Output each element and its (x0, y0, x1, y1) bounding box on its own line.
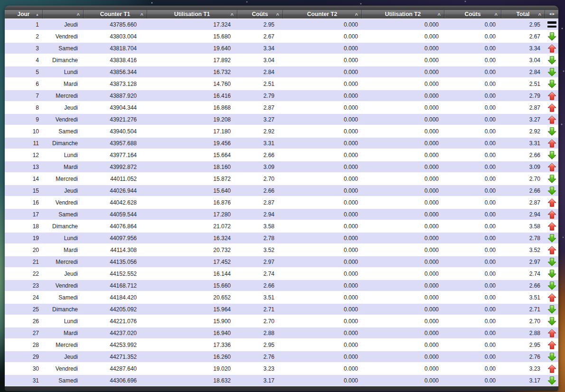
trend-down-icon (547, 151, 556, 159)
table-row[interactable]: 7Mercredi43887.92016.4162.790.0000.0000.… (5, 90, 558, 102)
table-row[interactable]: 19Lundi44097.95616.3242.780.0000.0000.00… (5, 232, 558, 244)
cell-couts_t1: 3.31 (237, 140, 283, 147)
column-header-utilisation_t1[interactable]: Utilisation T1^ (147, 10, 237, 19)
table-row[interactable]: 25Dimanche44205.09215.9642.710.0000.0000… (5, 303, 558, 315)
cell-day: Dimanche (43, 306, 84, 313)
table-row[interactable]: 22Jeudi44152.55216.1442.740.0000.0000.00… (5, 268, 558, 280)
cell-couts_t1: 2.66 (237, 152, 283, 159)
cell-couts_t2: 0.00 (444, 259, 501, 265)
cell-couts_t1: 3.51 (237, 294, 283, 301)
table-row[interactable]: 4Dimanche43838.41617.8923.040.0000.0000.… (5, 54, 558, 66)
cell-utilisation_t2: 0.000 (362, 93, 444, 99)
cell-day: Mardi (43, 164, 84, 170)
cell-day: Samedi (43, 377, 84, 384)
cell-day: Mercredi (43, 93, 84, 99)
cell-day: Vendredi (43, 365, 84, 372)
column-header-counter_t2[interactable]: Counter T2^ (283, 10, 362, 19)
trend-cell (545, 258, 558, 266)
table-row[interactable]: 21Mercredi44135.05617.4522.970.0000.0000… (5, 256, 558, 268)
table-row[interactable]: 23Vendredi44168.71215.6602.660.0000.0000… (5, 280, 558, 291)
column-header-total[interactable]: Total^ (501, 10, 545, 19)
cell-couts_t1: 2.70 (237, 318, 283, 325)
column-header-couts_t1[interactable]: Coûts^ (237, 10, 283, 19)
table-row[interactable]: 14Mercredi44011.05215.8722.700.0000.0000… (5, 173, 558, 185)
table-row[interactable]: 29Jeudi44271.35216.2602.760.0000.0000.00… (5, 351, 558, 363)
table-row[interactable]: 13Mardi43992.87218.1603.090.0000.0000.00… (5, 161, 558, 173)
table-row[interactable]: 8Jeudi43904.34416.8682.870.0000.0000.002… (5, 102, 558, 113)
cell-total: 2.78 (501, 235, 545, 242)
table-row[interactable]: 11Dimanche43957.68819.4563.310.0000.0000… (5, 137, 558, 149)
trend-up-icon (547, 222, 556, 231)
cell-utilisation_t1: 20.732 (147, 247, 237, 253)
table-row[interactable]: 17Samedi44059.54417.2802.940.0000.0000.0… (5, 208, 558, 220)
table-row[interactable]: 1Jeudi43785.66017.3242.950.0000.0000.002… (5, 19, 558, 30)
cell-total: 2.94 (501, 211, 545, 218)
cell-counter_t2: 0.000 (283, 318, 362, 325)
table-row[interactable]: 12Lundi43977.16415.6642.660.0000.0000.00… (5, 149, 558, 161)
cell-jour: 10 (5, 128, 43, 135)
table-row[interactable]: 5Lundi43856.34416.7322.840.0000.0000.002… (5, 66, 558, 78)
cell-utilisation_t2: 0.000 (362, 152, 444, 159)
trend-down-icon (547, 68, 556, 76)
trend-cell (545, 246, 558, 254)
column-header-trend[interactable]: ◄► (545, 10, 558, 19)
cell-counter_t1: 44237.020 (84, 330, 147, 336)
table-row[interactable]: 16Vendredi44042.62816.8762.870.0000.0000… (5, 196, 558, 208)
trend-down-icon (547, 234, 556, 243)
trend-down-icon (547, 317, 556, 326)
trend-up-icon (547, 163, 556, 171)
table-row[interactable]: 27Mardi44237.02016.9402.880.0000.0000.00… (5, 327, 558, 339)
cell-counter_t1: 44135.056 (84, 259, 147, 265)
table-row[interactable]: 10Samedi43940.50417.1802.920.0000.0000.0… (5, 125, 558, 137)
table-row[interactable]: 6Mardi43873.12814.7602.510.0000.0000.002… (5, 78, 558, 90)
cell-jour: 9 (5, 116, 43, 123)
table-header-row: Jour▲^Counter T1^Utilisation T1^Coûts^Co… (5, 10, 558, 19)
cell-day: Lundi (43, 69, 84, 75)
cell-day: Samedi (43, 128, 84, 135)
cell-counter_t2: 0.000 (283, 354, 362, 360)
cell-total: 3.09 (501, 164, 545, 170)
cell-couts_t2: 0.00 (444, 81, 501, 87)
table-row[interactable]: 28Mercredi44253.99217.3362.950.0000.0000… (5, 339, 558, 351)
cell-counter_t2: 0.000 (283, 247, 362, 253)
table-row[interactable]: 18Dimanche44076.86421.0723.580.0000.0000… (5, 220, 558, 232)
cell-couts_t2: 0.00 (444, 93, 501, 99)
column-header-couts_t2[interactable]: Coûts^ (444, 10, 501, 19)
table-row[interactable]: 2Vendredi43803.00415.6802.670.0000.0000.… (5, 30, 558, 42)
cell-jour: 5 (5, 69, 43, 75)
trend-up-icon (547, 329, 556, 337)
trend-cell (545, 68, 558, 76)
cell-counter_t2: 0.000 (283, 176, 362, 182)
trend-up-icon (547, 293, 556, 302)
table-row[interactable]: 20Mardi44114.30820.7323.520.0000.0000.00… (5, 244, 558, 256)
table-row[interactable]: 24Samedi44184.42020.6523.510.0000.0000.0… (5, 291, 558, 303)
table-row[interactable]: 26Lundi44221.07615.9002.700.0000.0000.00… (5, 315, 558, 327)
cell-couts_t1: 3.34 (237, 45, 283, 52)
column-header-utilisation_t2[interactable]: Utilisation T2^ (362, 10, 444, 19)
cell-utilisation_t2: 0.000 (362, 176, 444, 182)
cell-day: Lundi (43, 235, 84, 242)
trend-down-icon (547, 56, 556, 65)
trend-cell (545, 364, 558, 373)
cell-jour: 26 (5, 318, 43, 325)
table-row[interactable]: 31Samedi44306.69618.6323.170.0000.0000.0… (5, 374, 558, 386)
column-header-counter_t1[interactable]: Counter T1^ (84, 10, 147, 19)
column-header-day[interactable]: ^ (43, 10, 84, 19)
table-row[interactable]: 3Samedi43818.70419.6403.340.0000.0000.00… (5, 42, 558, 54)
cell-jour: 17 (5, 211, 43, 218)
cell-couts_t2: 0.00 (444, 164, 501, 170)
cell-counter_t2: 0.000 (283, 271, 362, 277)
cell-day: Vendredi (43, 33, 84, 40)
cell-day: Lundi (43, 152, 84, 159)
cell-couts_t2: 0.00 (444, 306, 501, 313)
table-row[interactable]: 9Vendredi43921.27619.2083.270.0000.0000.… (5, 113, 558, 125)
cell-utilisation_t1: 15.872 (147, 176, 237, 182)
table-row[interactable]: 30Vendredi44287.64019.0203.230.0000.0000… (5, 363, 558, 374)
cell-utilisation_t1: 19.020 (147, 365, 237, 372)
table-row[interactable]: 15Jeudi44026.94415.6402.660.0000.0000.00… (5, 185, 558, 196)
column-header-jour[interactable]: Jour▲ (5, 10, 43, 19)
cell-day: Samedi (43, 45, 84, 52)
cell-utilisation_t2: 0.000 (362, 235, 444, 242)
cell-total: 2.66 (501, 152, 545, 159)
cell-utilisation_t1: 16.416 (147, 93, 237, 99)
